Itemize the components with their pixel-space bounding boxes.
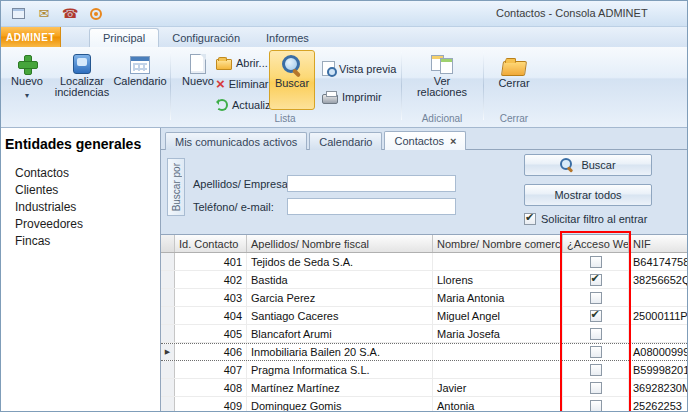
acceso-web-checkbox[interactable] [590,346,602,358]
cell-acceso-web[interactable] [563,325,629,342]
cell-nombre[interactable]: Llorens [433,271,563,288]
cell-nombre[interactable] [433,361,563,378]
buscar-button[interactable]: Buscar [524,154,652,176]
cell-id[interactable]: 407 [175,361,247,378]
cell-nif[interactable]: B64174758 [629,253,688,270]
calendario-button[interactable]: Calendario [113,50,167,110]
radio-icon[interactable] [87,5,105,23]
cell-apellidos[interactable]: Inmobiliaria Bailen 20 S.A. [247,344,433,360]
solicitar-filtro-checkbox[interactable] [524,213,536,225]
cell-nif[interactable]: 36928230M [629,379,688,396]
close-icon[interactable]: × [450,135,456,147]
cerrar-button[interactable]: Cerrar [489,50,539,110]
table-row[interactable]: 405 Blancafort Arumi Maria Josefa [161,325,688,343]
sidebar-item-proveedores[interactable]: Proveedores [1,215,160,232]
tab-calendario[interactable]: Calendario [309,132,382,150]
tab-contactos[interactable]: Contactos × [384,131,466,150]
ribbon-tab-informes[interactable]: Informes [253,28,322,47]
header-id-contacto[interactable]: Id. Contacto [175,235,247,252]
cell-nif[interactable] [629,325,688,342]
acceso-web-checkbox[interactable] [590,382,602,394]
cell-nif[interactable]: B59998201 [629,361,688,378]
acceso-web-checkbox[interactable] [590,310,602,322]
window-icon[interactable] [9,5,27,23]
cell-apellidos[interactable]: Santiago Caceres [247,307,433,324]
cell-nombre[interactable]: Javier [433,379,563,396]
table-row[interactable]: 403 Garcia Perez Maria Antonia [161,289,688,307]
cell-acceso-web[interactable] [563,344,629,360]
eliminar-button[interactable]: Eliminar [213,74,272,93]
sidebar-item-industriales[interactable]: Industriales [1,198,160,215]
table-row[interactable]: 407 Pragma Informatica S.L. B59998201 [161,361,688,379]
header-apellidos[interactable]: Apellidos/ Nombre fiscal [247,235,433,252]
header-nombre[interactable]: Nombre/ Nombre comercial [433,235,563,252]
cell-id[interactable]: 405 [175,325,247,342]
apellidos-empresa-input[interactable] [287,175,456,192]
phone-icon[interactable] [61,5,79,23]
application-button[interactable]: Adminet [1,27,61,47]
cell-acceso-web[interactable] [563,361,629,378]
cell-nombre[interactable] [433,344,563,360]
acceso-web-checkbox[interactable] [590,364,602,376]
tab-mis-comunicados[interactable]: Mis comunicados activos [165,132,307,150]
cell-nif[interactable] [629,289,688,306]
vista-previa-button[interactable]: Vista previa [319,59,399,78]
table-row[interactable]: 406 Inmobiliaria Bailen 20 S.A. A0800099… [161,343,688,361]
abrir-button[interactable]: Abrir... [213,53,271,72]
cell-acceso-web[interactable] [563,289,629,306]
cell-acceso-web[interactable] [563,397,629,412]
buscar-ribbon-button[interactable]: Buscar [269,50,315,110]
table-row[interactable]: 404 Santiago Caceres Miguel Angel 250001… [161,307,688,325]
acceso-web-checkbox[interactable] [590,256,602,268]
cell-acceso-web[interactable] [563,379,629,396]
table-row[interactable]: 402 Bastida Llorens 38256652Q [161,271,688,289]
cell-nombre[interactable]: Maria Antonia [433,289,563,306]
cell-nombre[interactable]: Maria Josefa [433,325,563,342]
cell-nif[interactable]: 25000111P [629,307,688,324]
ribbon-tab-configuracion[interactable]: Configuración [159,28,253,47]
nuevo-button[interactable]: Nuevo [3,50,51,110]
cell-acceso-web[interactable] [563,307,629,324]
sidebar-item-contactos[interactable]: Contactos [1,164,160,181]
cell-id[interactable]: 406 [175,344,247,360]
sidebar-item-fincas[interactable]: Fincas [1,232,160,249]
acceso-web-checkbox[interactable] [590,328,602,340]
cell-nombre[interactable]: Antonia [433,397,563,412]
telefono-email-input[interactable] [287,198,456,215]
table-row[interactable]: 401 Tejidos de Seda S.A. B64174758 [161,253,688,271]
mostrar-todos-button[interactable]: Mostrar todos [524,184,652,206]
imprimir-button[interactable]: Imprimir [319,87,385,106]
cell-id[interactable]: 402 [175,271,247,288]
ver-relaciones-button[interactable]: Ver relaciones [409,50,475,110]
sidebar-item-clientes[interactable]: Clientes [1,181,160,198]
cell-apellidos[interactable]: Garcia Perez [247,289,433,306]
cell-nombre[interactable]: Miguel Angel [433,307,563,324]
acceso-web-checkbox[interactable] [590,400,602,412]
localizar-incidencias-button[interactable]: Localizar incidencias [53,50,111,110]
cell-apellidos[interactable]: Martínez Martínez [247,379,433,396]
cell-id[interactable]: 409 [175,397,247,412]
cell-nif[interactable]: 25262253 [629,397,688,412]
acceso-web-checkbox[interactable] [590,274,602,286]
cell-apellidos[interactable]: Bastida [247,271,433,288]
cell-id[interactable]: 401 [175,253,247,270]
cell-id[interactable]: 403 [175,289,247,306]
header-nif[interactable]: NIF [629,235,688,252]
cell-apellidos[interactable]: Blancafort Arumi [247,325,433,342]
cell-acceso-web[interactable] [563,253,629,270]
cell-apellidos[interactable]: Tejidos de Seda S.A. [247,253,433,270]
cell-nombre[interactable] [433,253,563,270]
cell-nif[interactable]: A08000999 [629,344,688,360]
acceso-web-checkbox[interactable] [590,292,602,304]
ribbon-tab-principal[interactable]: Principal [89,28,159,47]
cell-id[interactable]: 404 [175,307,247,324]
cell-apellidos[interactable]: Dominguez Gomis [247,397,433,412]
header-acceso-web[interactable]: ¿Acceso Web? [563,235,629,252]
cell-apellidos[interactable]: Pragma Informatica S.L. [247,361,433,378]
mail-icon[interactable] [35,5,53,23]
cell-acceso-web[interactable] [563,271,629,288]
cell-id[interactable]: 408 [175,379,247,396]
table-row[interactable]: 409 Dominguez Gomis Antonia 25262253 [161,397,688,412]
cell-nif[interactable]: 38256652Q [629,271,688,288]
table-row[interactable]: 408 Martínez Martínez Javier 36928230M [161,379,688,397]
